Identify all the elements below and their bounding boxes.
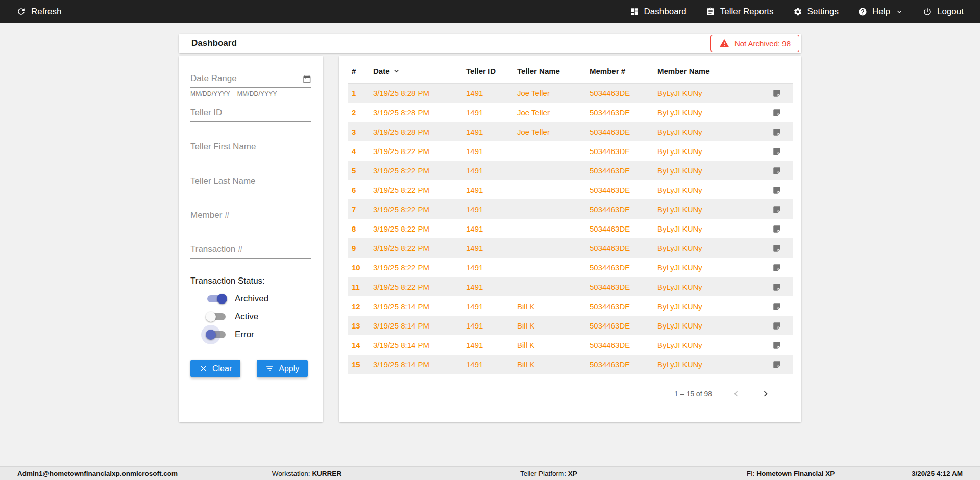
column-member-name[interactable]: Member Name: [653, 60, 761, 83]
member-number-input[interactable]: [190, 208, 311, 224]
apply-button[interactable]: Apply: [257, 360, 308, 377]
note-cell[interactable]: [761, 122, 793, 141]
note-cell[interactable]: [761, 316, 793, 335]
statusbar-workstation: Workstation: KURRER: [186, 470, 428, 477]
nav-settings[interactable]: Settings: [793, 7, 839, 17]
note-icon[interactable]: [772, 186, 781, 195]
column-teller-id[interactable]: Teller ID: [462, 60, 513, 83]
toggle-error[interactable]: Error: [206, 329, 311, 340]
note-cell[interactable]: [761, 219, 793, 238]
main-content: Dashboard Not Archived: 98 MM/DD/YYYY – …: [179, 34, 801, 422]
cell-teller-id: 1491: [462, 122, 513, 141]
cell-member-name: ByLyJI KUNy: [653, 141, 761, 161]
refresh-button[interactable]: Refresh: [16, 7, 62, 17]
cell-teller-id: 1491: [462, 316, 513, 335]
note-icon[interactable]: [772, 341, 781, 350]
note-icon[interactable]: [772, 302, 781, 311]
column-date[interactable]: Date: [369, 60, 462, 83]
cell-teller-id: 1491: [462, 355, 513, 374]
note-icon[interactable]: [772, 205, 781, 214]
cell-member-number: 5034463DE: [585, 199, 653, 219]
date-range-format-hint: MM/DD/YYYY – MM/DD/YYYY: [190, 90, 311, 97]
table-row: 143/19/25 8:14 PM1491Bill K5034463DEByLy…: [348, 335, 793, 355]
clear-button[interactable]: Clear: [190, 360, 240, 377]
table-row: 13/19/25 8:28 PM1491Joe Teller5034463DEB…: [348, 83, 793, 103]
cell-member-number: 5034463DE: [585, 83, 653, 103]
note-cell[interactable]: [761, 199, 793, 219]
note-cell[interactable]: [761, 238, 793, 258]
cell-teller-name: [513, 258, 585, 277]
transaction-number-input[interactable]: [190, 242, 311, 259]
column-num[interactable]: #: [348, 60, 369, 83]
nav-help-label: Help: [872, 7, 890, 17]
note-icon[interactable]: [772, 147, 781, 156]
apply-button-label: Apply: [279, 364, 299, 373]
teller-last-name-field: [190, 173, 311, 190]
previous-page-button[interactable]: [730, 388, 742, 399]
toggle-error-label: Error: [235, 330, 254, 340]
note-icon[interactable]: [772, 166, 781, 175]
cell-date: 3/19/25 8:14 PM: [369, 296, 462, 316]
toggle-archived[interactable]: Archived: [206, 293, 311, 305]
cell-date: 3/19/25 8:22 PM: [369, 141, 462, 161]
next-page-button[interactable]: [760, 388, 771, 399]
note-cell[interactable]: [761, 355, 793, 374]
cell-member-number: 5034463DE: [585, 219, 653, 238]
cell-date: 3/19/25 8:22 PM: [369, 180, 462, 199]
note-icon[interactable]: [772, 321, 781, 331]
note-cell[interactable]: [761, 296, 793, 316]
cell-num: 9: [348, 238, 369, 258]
cell-date: 3/19/25 8:14 PM: [369, 316, 462, 335]
nav-teller-reports[interactable]: Teller Reports: [706, 7, 774, 17]
toggle-active[interactable]: Active: [206, 311, 311, 322]
cell-member-number: 5034463DE: [585, 238, 653, 258]
note-icon[interactable]: [772, 283, 781, 292]
teller-last-name-input[interactable]: [190, 173, 311, 190]
cell-num: 1: [348, 83, 369, 103]
cell-teller-name: Joe Teller: [513, 103, 585, 122]
warning-icon: [719, 38, 729, 48]
note-cell[interactable]: [761, 277, 793, 296]
calendar-icon[interactable]: [303, 74, 311, 84]
cell-teller-name: Bill K: [513, 316, 585, 335]
pagination: 1 – 15 of 98: [348, 388, 771, 399]
note-icon[interactable]: [772, 224, 781, 234]
note-icon[interactable]: [772, 360, 781, 369]
cell-teller-id: 1491: [462, 141, 513, 161]
note-cell[interactable]: [761, 180, 793, 199]
date-range-field: MM/DD/YYYY – MM/DD/YYYY: [190, 71, 311, 97]
cell-member-name: ByLyJI KUNy: [653, 180, 761, 199]
note-cell[interactable]: [761, 335, 793, 355]
note-icon[interactable]: [772, 244, 781, 253]
cell-member-name: ByLyJI KUNy: [653, 258, 761, 277]
note-cell[interactable]: [761, 103, 793, 122]
note-icon[interactable]: [772, 128, 781, 137]
teller-first-name-input[interactable]: [190, 139, 311, 156]
table-row: 93/19/25 8:22 PM14915034463DEByLyJI KUNy: [348, 238, 793, 258]
nav-dashboard-label: Dashboard: [644, 7, 687, 17]
note-icon[interactable]: [772, 89, 781, 98]
note-cell[interactable]: [761, 83, 793, 103]
note-cell[interactable]: [761, 141, 793, 161]
statusbar-platform: Teller Platform: XP: [428, 470, 670, 477]
column-teller-name[interactable]: Teller Name: [513, 60, 585, 83]
nav-dashboard[interactable]: Dashboard: [630, 7, 687, 17]
column-member-number[interactable]: Member #: [585, 60, 653, 83]
note-cell[interactable]: [761, 161, 793, 180]
not-archived-badge[interactable]: Not Archived: 98: [710, 35, 799, 52]
note-icon[interactable]: [772, 108, 781, 117]
cell-member-number: 5034463DE: [585, 355, 653, 374]
toggle-archived-label: Archived: [235, 294, 268, 304]
cell-date: 3/19/25 8:22 PM: [369, 219, 462, 238]
note-cell[interactable]: [761, 258, 793, 277]
date-range-input[interactable]: [190, 71, 303, 87]
cell-num: 15: [348, 355, 369, 374]
nav-help[interactable]: Help: [858, 7, 903, 17]
filter-actions: Clear Apply: [190, 360, 311, 377]
cell-teller-id: 1491: [462, 83, 513, 103]
teller-id-input[interactable]: [190, 105, 311, 122]
logout-button[interactable]: Logout: [923, 7, 964, 17]
note-icon[interactable]: [772, 263, 781, 272]
cell-date: 3/19/25 8:14 PM: [369, 355, 462, 374]
cell-date: 3/19/25 8:22 PM: [369, 199, 462, 219]
